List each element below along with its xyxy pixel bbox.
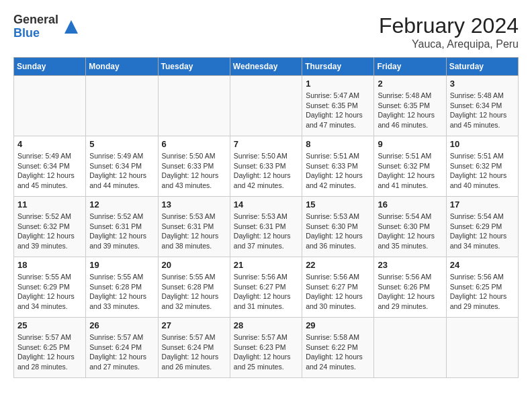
day-number: 14: [234, 199, 298, 210]
day-info: Sunrise: 5:56 AMSunset: 6:27 PMDaylight:…: [234, 272, 298, 312]
calendar-cell: 29Sunrise: 5:58 AMSunset: 6:22 PMDayligh…: [302, 318, 374, 378]
calendar-cell: [230, 76, 302, 136]
calendar-cell: 18Sunrise: 5:55 AMSunset: 6:29 PMDayligh…: [14, 257, 86, 318]
calendar-table: SundayMondayTuesdayWednesdayThursdayFrid…: [13, 57, 519, 378]
calendar-cell: 4Sunrise: 5:49 AMSunset: 6:34 PMDaylight…: [14, 136, 86, 197]
day-info: Sunrise: 5:51 AMSunset: 6:32 PMDaylight:…: [378, 151, 442, 191]
weekday-header-row: SundayMondayTuesdayWednesdayThursdayFrid…: [14, 58, 519, 76]
calendar-cell: 21Sunrise: 5:56 AMSunset: 6:27 PMDayligh…: [230, 257, 302, 318]
day-info: Sunrise: 5:55 AMSunset: 6:28 PMDaylight:…: [89, 272, 154, 312]
calendar-cell: 8Sunrise: 5:51 AMSunset: 6:33 PMDaylight…: [302, 136, 374, 197]
logo-icon: [61, 17, 81, 37]
day-info: Sunrise: 5:58 AMSunset: 6:22 PMDaylight:…: [306, 332, 370, 372]
logo: General Blue: [13, 13, 81, 40]
calendar-cell: 23Sunrise: 5:56 AMSunset: 6:26 PMDayligh…: [374, 257, 446, 318]
calendar-cell: 2Sunrise: 5:48 AMSunset: 6:35 PMDaylight…: [374, 76, 446, 136]
day-info: Sunrise: 5:55 AMSunset: 6:28 PMDaylight:…: [162, 272, 226, 312]
day-number: 11: [17, 199, 82, 210]
weekday-header-monday: Monday: [86, 58, 158, 76]
day-number: 2: [378, 79, 442, 89]
day-number: 16: [378, 199, 442, 210]
day-info: Sunrise: 5:57 AMSunset: 6:25 PMDaylight:…: [17, 332, 82, 372]
calendar-cell: 26Sunrise: 5:57 AMSunset: 6:24 PMDayligh…: [86, 318, 158, 378]
calendar-cell: 15Sunrise: 5:53 AMSunset: 6:30 PMDayligh…: [302, 197, 374, 257]
day-number: 15: [306, 199, 370, 210]
calendar-body: 1Sunrise: 5:47 AMSunset: 6:35 PMDaylight…: [14, 76, 519, 378]
day-number: 1: [306, 79, 370, 89]
page-header: General Blue February 2024 Yauca, Arequi…: [13, 13, 519, 50]
day-number: 27: [162, 320, 226, 330]
calendar-cell: 7Sunrise: 5:50 AMSunset: 6:33 PMDaylight…: [230, 136, 302, 197]
day-info: Sunrise: 5:49 AMSunset: 6:34 PMDaylight:…: [17, 151, 82, 191]
day-number: 13: [162, 199, 226, 210]
day-number: 29: [306, 320, 370, 330]
calendar-cell: 17Sunrise: 5:54 AMSunset: 6:29 PMDayligh…: [446, 197, 518, 257]
page-subtitle: Yauca, Arequipa, Peru: [379, 38, 519, 50]
day-number: 21: [234, 260, 298, 270]
calendar-cell: [158, 76, 230, 136]
calendar-cell: 28Sunrise: 5:57 AMSunset: 6:23 PMDayligh…: [230, 318, 302, 378]
calendar-header: SundayMondayTuesdayWednesdayThursdayFrid…: [14, 58, 519, 76]
calendar-cell: 6Sunrise: 5:50 AMSunset: 6:33 PMDaylight…: [158, 136, 230, 197]
day-info: Sunrise: 5:48 AMSunset: 6:34 PMDaylight:…: [450, 91, 515, 130]
day-info: Sunrise: 5:53 AMSunset: 6:31 PMDaylight:…: [162, 212, 226, 251]
day-number: 18: [17, 260, 82, 270]
day-info: Sunrise: 5:48 AMSunset: 6:35 PMDaylight:…: [378, 91, 442, 130]
day-number: 23: [378, 260, 442, 270]
calendar-cell: 9Sunrise: 5:51 AMSunset: 6:32 PMDaylight…: [374, 136, 446, 197]
day-number: 19: [89, 260, 154, 270]
day-info: Sunrise: 5:51 AMSunset: 6:33 PMDaylight:…: [306, 151, 370, 191]
calendar-cell: 25Sunrise: 5:57 AMSunset: 6:25 PMDayligh…: [14, 318, 86, 378]
day-number: 26: [89, 320, 154, 330]
day-number: 4: [17, 139, 82, 149]
day-info: Sunrise: 5:47 AMSunset: 6:35 PMDaylight:…: [306, 91, 370, 130]
week-row-3: 11Sunrise: 5:52 AMSunset: 6:32 PMDayligh…: [14, 197, 519, 257]
day-info: Sunrise: 5:52 AMSunset: 6:31 PMDaylight:…: [89, 212, 154, 251]
calendar-cell: [14, 76, 86, 136]
page-title: February 2024: [379, 13, 519, 38]
day-number: 3: [450, 79, 515, 89]
day-number: 25: [17, 320, 82, 330]
calendar-cell: 1Sunrise: 5:47 AMSunset: 6:35 PMDaylight…: [302, 76, 374, 136]
calendar-cell: 13Sunrise: 5:53 AMSunset: 6:31 PMDayligh…: [158, 197, 230, 257]
calendar-cell: 10Sunrise: 5:51 AMSunset: 6:32 PMDayligh…: [446, 136, 518, 197]
title-block: February 2024 Yauca, Arequipa, Peru: [379, 13, 519, 50]
day-number: 5: [89, 139, 154, 149]
day-number: 12: [89, 199, 154, 210]
day-number: 7: [234, 139, 298, 149]
day-number: 24: [450, 260, 515, 270]
weekday-header-friday: Friday: [374, 58, 446, 76]
calendar-cell: 20Sunrise: 5:55 AMSunset: 6:28 PMDayligh…: [158, 257, 230, 318]
day-info: Sunrise: 5:56 AMSunset: 6:27 PMDaylight:…: [306, 272, 370, 312]
weekday-header-saturday: Saturday: [446, 58, 518, 76]
day-info: Sunrise: 5:55 AMSunset: 6:29 PMDaylight:…: [17, 272, 82, 312]
day-info: Sunrise: 5:57 AMSunset: 6:23 PMDaylight:…: [234, 332, 298, 372]
day-number: 10: [450, 139, 515, 149]
calendar-cell: 22Sunrise: 5:56 AMSunset: 6:27 PMDayligh…: [302, 257, 374, 318]
weekday-header-wednesday: Wednesday: [230, 58, 302, 76]
day-info: Sunrise: 5:52 AMSunset: 6:32 PMDaylight:…: [17, 212, 82, 251]
day-info: Sunrise: 5:56 AMSunset: 6:26 PMDaylight:…: [378, 272, 442, 312]
calendar-cell: 14Sunrise: 5:53 AMSunset: 6:31 PMDayligh…: [230, 197, 302, 257]
svg-marker-0: [64, 20, 78, 34]
week-row-2: 4Sunrise: 5:49 AMSunset: 6:34 PMDaylight…: [14, 136, 519, 197]
day-number: 9: [378, 139, 442, 149]
day-number: 6: [162, 139, 226, 149]
day-info: Sunrise: 5:49 AMSunset: 6:34 PMDaylight:…: [89, 151, 154, 191]
calendar-cell: [446, 318, 518, 378]
day-info: Sunrise: 5:57 AMSunset: 6:24 PMDaylight:…: [89, 332, 154, 372]
calendar-cell: 12Sunrise: 5:52 AMSunset: 6:31 PMDayligh…: [86, 197, 158, 257]
logo-blue: Blue: [13, 27, 58, 40]
day-info: Sunrise: 5:53 AMSunset: 6:30 PMDaylight:…: [306, 212, 370, 251]
logo-text: General Blue: [13, 13, 58, 40]
day-info: Sunrise: 5:56 AMSunset: 6:25 PMDaylight:…: [450, 272, 515, 312]
calendar-cell: [86, 76, 158, 136]
calendar-cell: 27Sunrise: 5:57 AMSunset: 6:24 PMDayligh…: [158, 318, 230, 378]
weekday-header-sunday: Sunday: [14, 58, 86, 76]
logo-general: General: [13, 13, 58, 27]
day-info: Sunrise: 5:50 AMSunset: 6:33 PMDaylight:…: [162, 151, 226, 191]
day-info: Sunrise: 5:57 AMSunset: 6:24 PMDaylight:…: [162, 332, 226, 372]
calendar-cell: 19Sunrise: 5:55 AMSunset: 6:28 PMDayligh…: [86, 257, 158, 318]
week-row-1: 1Sunrise: 5:47 AMSunset: 6:35 PMDaylight…: [14, 76, 519, 136]
calendar-cell: 11Sunrise: 5:52 AMSunset: 6:32 PMDayligh…: [14, 197, 86, 257]
